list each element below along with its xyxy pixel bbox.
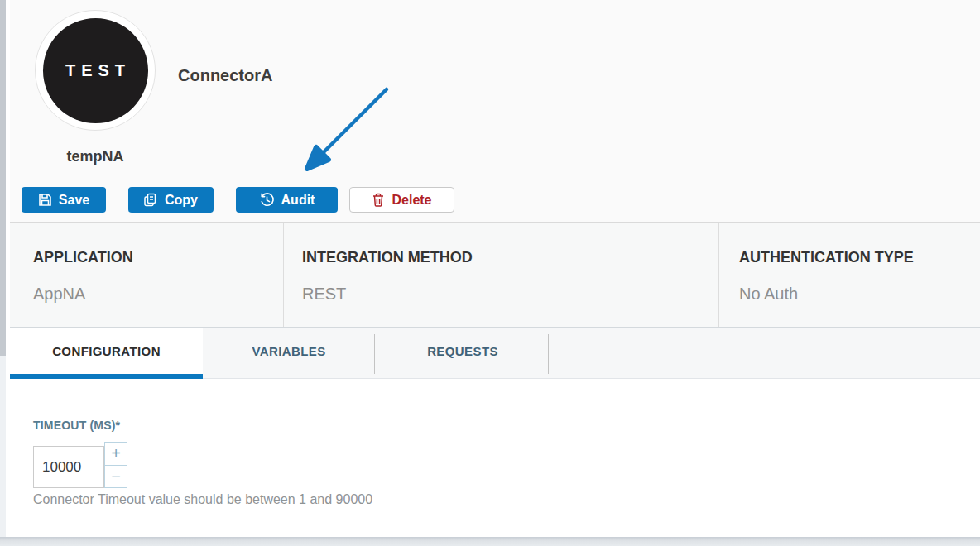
delete-button[interactable]: Delete bbox=[349, 187, 454, 213]
tab-divider bbox=[548, 334, 549, 374]
copy-button[interactable]: Copy bbox=[128, 187, 214, 213]
tab-variables[interactable]: VARIABLES bbox=[203, 328, 375, 374]
save-icon bbox=[38, 193, 52, 207]
copy-icon bbox=[144, 193, 158, 207]
timeout-field-label: TIMEOUT (MS)* bbox=[33, 419, 120, 432]
increment-button[interactable]: + bbox=[105, 443, 127, 465]
connector-summary: APPLICATION AppNA INTEGRATION METHOD RES… bbox=[10, 222, 980, 328]
connector-detail-page: TEST ConnectorA tempNA Save Copy bbox=[0, 0, 980, 546]
timeout-helper-text: Connector Timeout value should be betwee… bbox=[33, 492, 372, 507]
audit-button[interactable]: Audit bbox=[236, 187, 338, 213]
save-button-label: Save bbox=[59, 193, 89, 208]
avatar-label: TEST bbox=[60, 61, 131, 80]
trash-icon bbox=[372, 193, 385, 207]
vertical-scrollbar-track[interactable] bbox=[0, 0, 6, 537]
tab-configuration[interactable]: CONFIGURATION bbox=[10, 328, 203, 374]
tab-divider bbox=[374, 334, 375, 374]
bottom-panel-edge bbox=[0, 537, 980, 546]
summary-divider bbox=[718, 223, 719, 327]
connector-avatar: TEST bbox=[35, 10, 156, 131]
connector-title: ConnectorA bbox=[178, 66, 272, 85]
copy-button-label: Copy bbox=[165, 193, 198, 208]
application-value: AppNA bbox=[33, 285, 85, 304]
vertical-scrollbar-thumb[interactable] bbox=[0, 0, 6, 356]
application-label: APPLICATION bbox=[33, 249, 133, 266]
authentication-type-value: No Auth bbox=[739, 285, 798, 304]
save-button[interactable]: Save bbox=[22, 187, 106, 213]
template-name: tempNA bbox=[35, 148, 156, 165]
audit-button-label: Audit bbox=[281, 193, 315, 208]
decrement-button[interactable]: − bbox=[105, 465, 127, 488]
authentication-type-label: AUTHENTICATION TYPE bbox=[739, 249, 914, 266]
tab-requests[interactable]: REQUESTS bbox=[375, 328, 550, 374]
integration-method-value: REST bbox=[302, 285, 346, 304]
connector-avatar-circle: TEST bbox=[43, 18, 148, 123]
timeout-input[interactable] bbox=[33, 446, 104, 488]
timeout-stepper: + − bbox=[104, 442, 127, 488]
delete-button-label: Delete bbox=[392, 193, 431, 208]
integration-method-label: INTEGRATION METHOD bbox=[302, 249, 473, 266]
configuration-panel: TIMEOUT (MS)* + − Connector Timeout valu… bbox=[10, 379, 980, 537]
summary-divider bbox=[283, 223, 284, 327]
detail-tabbar: CONFIGURATION VARIABLES REQUESTS bbox=[10, 328, 980, 379]
audit-history-icon bbox=[259, 192, 275, 208]
